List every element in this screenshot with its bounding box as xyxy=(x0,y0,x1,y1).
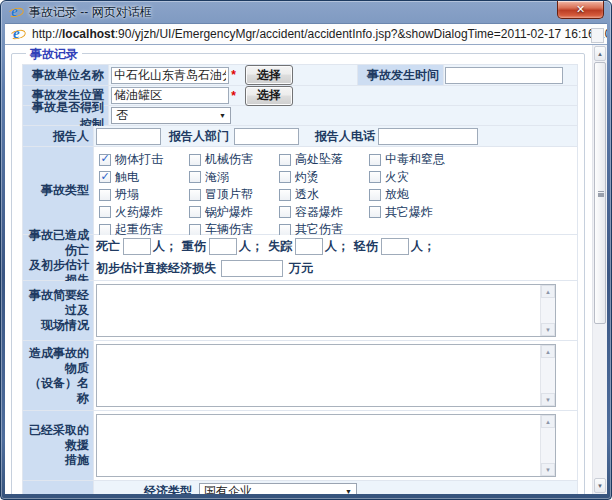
checkbox-icon[interactable]: ✓ xyxy=(189,189,201,201)
person-unit: 人； xyxy=(325,238,349,255)
reporter-phone-label: 报告人电话 xyxy=(299,128,375,145)
checkbox-icon[interactable]: ✓ xyxy=(369,189,381,201)
accident-type-option[interactable]: ✓淹溺 xyxy=(189,169,279,187)
location-select-button[interactable]: 选择 xyxy=(245,86,293,106)
accident-type-option[interactable]: ✓坍塌 xyxy=(99,186,189,204)
checkbox-icon[interactable]: ✓ xyxy=(99,154,111,166)
scroll-up-icon[interactable]: ▲ xyxy=(541,415,555,428)
economy-select[interactable]: 国有企业 ▼ xyxy=(199,483,357,494)
checkbox-icon[interactable]: ✓ xyxy=(369,171,381,183)
unit-name-input[interactable] xyxy=(111,67,229,84)
checkbox-icon[interactable]: ✓ xyxy=(369,206,381,218)
window-title: 事故记录 -- 网页对话框 xyxy=(29,4,152,21)
controlled-cell: 否 ▼ xyxy=(109,106,578,126)
chevron-down-icon: ▼ xyxy=(219,112,226,119)
substance-textarea[interactable]: ▲ ▼ xyxy=(96,344,556,407)
accident-type-option[interactable]: ✓触电 xyxy=(99,169,189,187)
accident-type-option[interactable]: ✓火灾 xyxy=(369,169,459,187)
brief-cell: ▲ ▼ xyxy=(94,281,578,341)
checkbox-icon[interactable]: ✓ xyxy=(279,206,291,218)
minor-label: 轻伤 xyxy=(354,238,378,255)
scroll-up-button[interactable]: ▲ xyxy=(594,46,606,61)
reporter-dept-label: 报告人部门 xyxy=(161,128,229,145)
checkbox-icon[interactable]: ✓ xyxy=(99,206,111,218)
accident-type-option[interactable]: ✓锅炉爆炸 xyxy=(189,204,279,222)
accident-type-option[interactable]: ✓冒顶片帮 xyxy=(189,186,279,204)
brief-label: 事故简要经过及 现场情况 xyxy=(23,281,94,341)
required-asterisk: * xyxy=(229,68,238,82)
dialog-window: e 事故记录 -- 网页对话框 ✕ e http://localhost:90/… xyxy=(0,0,612,500)
person-unit: 人； xyxy=(153,238,177,255)
url-host: localhost xyxy=(62,27,115,41)
reporter-cell: 报告人部门 报告人电话 xyxy=(94,126,578,147)
checkbox-icon[interactable]: ✓ xyxy=(99,171,111,183)
scroll-down-icon[interactable]: ▼ xyxy=(541,463,555,476)
checkbox-icon[interactable]: ✓ xyxy=(99,189,111,201)
economic-loss-input[interactable] xyxy=(221,260,283,277)
accident-type-option[interactable]: ✓机械伤害 xyxy=(189,151,279,169)
accident-type-option-label: 透水 xyxy=(295,186,319,203)
unit-select-button[interactable]: 选择 xyxy=(245,65,293,85)
checkbox-icon[interactable]: ✓ xyxy=(279,154,291,166)
accident-type-option[interactable]: ✓高处坠落 xyxy=(279,151,369,169)
death-input[interactable] xyxy=(123,238,151,255)
checkbox-icon[interactable]: ✓ xyxy=(189,171,201,183)
checkbox-icon[interactable]: ✓ xyxy=(279,189,291,201)
dialog-scrollbar[interactable]: ▲ ▼ xyxy=(592,45,607,494)
required-asterisk: * xyxy=(229,89,238,103)
row-brief: 事故简要经过及 现场情况 ▲ ▼ xyxy=(23,281,578,341)
accident-type-option-label: 中毒和窒息 xyxy=(385,151,445,168)
economy-cell: 经济类型 国有企业 ▼ xyxy=(94,481,578,494)
missing-input[interactable] xyxy=(295,238,323,255)
accident-type-option[interactable]: ✓中毒和窒息 xyxy=(369,151,459,169)
accident-type-option-label: 坍塌 xyxy=(115,186,139,203)
row-controlled: 事故是否得到控制 否 ▼ xyxy=(23,106,578,126)
scroll-up-icon[interactable]: ▲ xyxy=(541,345,555,358)
accident-type-option-label: 容器爆炸 xyxy=(295,204,343,221)
form-page: 事故记录 事故单位名称 * 选择 事故发生时间 xyxy=(5,45,592,494)
controlled-select[interactable]: 否 ▼ xyxy=(111,107,231,124)
scroll-down-button[interactable]: ▼ xyxy=(594,478,606,493)
economy-label: 经济类型 xyxy=(129,483,192,494)
row-casualty: 事故已造成伤亡 及初步估计损失 死亡 人； 重伤 人； 失踪 xyxy=(23,235,578,281)
rescue-textarea[interactable]: ▲ ▼ xyxy=(96,414,556,477)
accident-type-option-label: 锅炉爆炸 xyxy=(205,204,253,221)
accident-type-option[interactable]: ✓放炮 xyxy=(369,186,459,204)
checkbox-icon[interactable]: ✓ xyxy=(189,154,201,166)
severe-label: 重伤 xyxy=(182,238,206,255)
accident-type-option[interactable]: ✓火药爆炸 xyxy=(99,204,189,222)
occur-time-input[interactable] xyxy=(445,67,563,84)
reporter-input[interactable] xyxy=(96,128,161,145)
textarea-scrollbar[interactable]: ▲ ▼ xyxy=(540,345,555,406)
checkbox-icon[interactable]: ✓ xyxy=(279,171,291,183)
accident-type-option[interactable]: ✓透水 xyxy=(279,186,369,204)
minor-input[interactable] xyxy=(381,238,409,255)
checkbox-icon[interactable]: ✓ xyxy=(99,224,111,236)
dialog-client-area: 事故记录 事故单位名称 * 选择 事故发生时间 xyxy=(5,45,607,494)
textarea-scrollbar[interactable]: ▲ ▼ xyxy=(540,415,555,476)
checkbox-icon[interactable]: ✓ xyxy=(369,154,381,166)
scroll-thumb[interactable] xyxy=(594,62,606,324)
brief-textarea[interactable]: ▲ ▼ xyxy=(96,284,556,337)
accident-type-option[interactable]: ✓灼烫 xyxy=(279,169,369,187)
rescue-label: 已经采取的救援 措施 xyxy=(23,411,94,481)
location-input[interactable] xyxy=(111,87,229,104)
severe-input[interactable] xyxy=(209,238,237,255)
close-icon: ✕ xyxy=(576,4,585,15)
accident-type-option[interactable]: ✓其它爆炸 xyxy=(369,204,459,222)
reporter-phone-input[interactable] xyxy=(378,128,478,145)
scroll-down-icon[interactable]: ▼ xyxy=(541,323,555,336)
accident-type-option[interactable]: ✓容器爆炸 xyxy=(279,204,369,222)
title-bar: e 事故记录 -- 网页对话框 ✕ xyxy=(1,1,611,23)
reporter-dept-input[interactable] xyxy=(234,128,299,145)
close-button[interactable]: ✕ xyxy=(557,1,604,19)
textarea-scrollbar[interactable]: ▲ ▼ xyxy=(540,285,555,336)
scroll-up-icon[interactable]: ▲ xyxy=(541,285,555,298)
accident-type-option[interactable]: ✓物体打击 xyxy=(99,151,189,169)
accident-form-table: 事故单位名称 * 选择 事故发生时间 事故发生位置 xyxy=(22,64,578,494)
checkbox-icon[interactable]: ✓ xyxy=(189,224,201,236)
checkbox-icon[interactable]: ✓ xyxy=(189,206,201,218)
scroll-down-icon[interactable]: ▼ xyxy=(541,393,555,406)
checkbox-icon[interactable]: ✓ xyxy=(279,224,291,236)
url-text: http://localhost:90/yjzh/UI/EmergencyMgr… xyxy=(32,27,607,41)
